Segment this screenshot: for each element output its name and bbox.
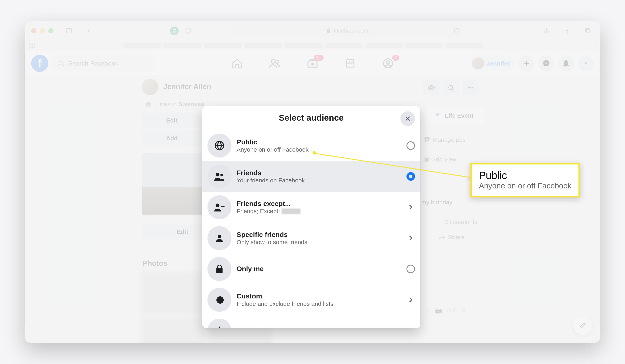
close-modal-button[interactable] xyxy=(401,112,415,126)
callout-sub: Anyone on or off Facebook xyxy=(479,182,571,191)
svg-point-26 xyxy=(216,173,219,176)
chevron-right-icon xyxy=(406,203,415,212)
audience-option-friends[interactable]: FriendsYour friends on Facebook xyxy=(202,161,420,192)
callout-title: Public xyxy=(479,169,571,182)
chevron-right-icon xyxy=(406,295,415,304)
option-title: Specific friends xyxy=(237,231,401,239)
redacted-name xyxy=(282,208,301,214)
svg-point-27 xyxy=(220,173,223,176)
option-title: Friends xyxy=(237,169,401,177)
radio-button[interactable] xyxy=(406,172,415,181)
svg-marker-31 xyxy=(215,326,224,328)
select-audience-modal: Select audience PublicAnyone on or off F… xyxy=(202,106,420,328)
star-icon xyxy=(207,319,231,328)
modal-header: Select audience xyxy=(202,106,420,130)
lock-icon xyxy=(207,257,231,281)
friends-icon xyxy=(207,165,231,188)
audience-option-friends-except-[interactable]: Friends except...Friends; Except: xyxy=(202,192,420,223)
option-title: Friends except... xyxy=(237,200,401,208)
radio-button[interactable] xyxy=(406,265,415,273)
audience-option-custom[interactable]: CustomInclude and exclude friends and li… xyxy=(202,284,420,315)
callout-box: Public Anyone on or off Facebook xyxy=(470,163,580,197)
globe-icon xyxy=(207,134,231,157)
audience-option-close-friends[interactable]: Close friends xyxy=(202,315,420,328)
chevron-right-icon xyxy=(406,326,415,328)
option-title: Close friends xyxy=(237,327,401,328)
option-title: Public xyxy=(237,138,401,146)
audience-option-only-me[interactable]: Only me xyxy=(202,253,420,284)
svg-rect-29 xyxy=(221,206,224,207)
modal-title: Select audience xyxy=(279,113,344,123)
user-icon xyxy=(207,226,231,250)
option-sub: Include and exclude friends and lists xyxy=(237,300,401,307)
gear-icon xyxy=(207,288,231,312)
radio-button[interactable] xyxy=(406,141,415,150)
friends-except-icon xyxy=(207,195,231,219)
svg-point-28 xyxy=(216,203,219,207)
audience-option-specific-friends[interactable]: Specific friendsOnly show to some friend… xyxy=(202,223,420,253)
close-icon xyxy=(404,115,411,122)
callout-anchor xyxy=(312,151,316,155)
option-title: Only me xyxy=(237,265,401,273)
svg-point-30 xyxy=(218,235,221,238)
browser-window: G facebook.com f xyxy=(25,21,600,343)
option-sub: Anyone on or off Facebook xyxy=(237,146,401,153)
audience-options-list: PublicAnyone on or off FacebookFriendsYo… xyxy=(202,130,420,328)
option-sub: Friends; Except: xyxy=(237,208,401,215)
option-sub: Only show to some friends xyxy=(237,239,401,245)
option-title: Custom xyxy=(237,293,401,300)
chevron-right-icon xyxy=(406,234,415,243)
audience-option-public[interactable]: PublicAnyone on or off Facebook xyxy=(202,130,420,161)
option-sub: Your friends on Facebook xyxy=(237,177,401,184)
